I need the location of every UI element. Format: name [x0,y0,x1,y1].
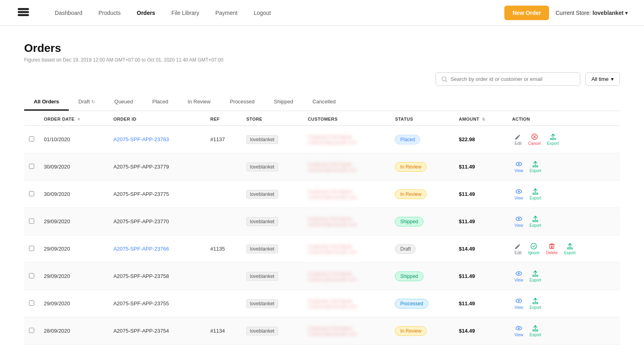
nav-link-logout[interactable]: Logout [254,10,271,16]
view-button[interactable]: View [512,296,526,311]
status-badge: In Review [395,326,427,336]
order-customer: Customer Full Namecustomer@example.com [303,317,390,345]
customer-email: customer@example.com [308,140,386,145]
tab-cancelled[interactable]: Cancelled [303,94,345,111]
customer-name: Customer Full Name [308,271,386,277]
order-id: A2075-SPF-APP-23779 [109,153,206,181]
export-button[interactable]: Export [527,214,544,229]
order-id[interactable]: A2075-SPF-APP-23766 [109,235,206,263]
time-filter-button[interactable]: All time ▾ [585,72,620,86]
order-id: A2075-SPF-APP-23754 [109,317,206,345]
tabs: All OrdersDraft↻QueuedPlacedIn ReviewPro… [24,94,620,111]
export-button[interactable]: Export [527,296,544,311]
edit-button[interactable]: Edit [512,241,524,257]
order-customer: Customer Full Namecustomer@example.com [303,263,390,290]
order-id: A2075-SPF-APP-23775 [109,181,206,208]
order-date: 29/09/2020 [39,235,109,263]
cancel-button[interactable]: Cancel [526,132,543,147]
nav-link-orders[interactable]: Orders [137,10,155,16]
export-button[interactable]: Export [527,186,544,202]
row-checkbox[interactable] [29,136,34,142]
svg-point-19 [518,327,520,329]
customer-email: customer@example.com [308,167,386,172]
tab-processed[interactable]: Processed [220,94,264,111]
order-status: In Review [390,153,454,181]
nav-link-file-library[interactable]: File Library [171,10,199,16]
tab-all-orders[interactable]: All Orders [24,94,69,111]
export-button[interactable]: Export [527,268,544,284]
order-id-link[interactable]: A2075-SPF-APP-23766 [114,246,169,252]
tab-refresh-icon: ↻ [91,99,95,104]
order-actions: ViewExport [507,263,620,290]
export-button[interactable]: Export [545,132,561,147]
tab-queued[interactable]: Queued [105,94,142,111]
col-customers: CUSTOMERS [303,111,390,126]
row-checkbox[interactable] [29,273,34,278]
delete-button[interactable]: Delete [544,241,560,257]
tab-draft[interactable]: Draft↻ [69,94,105,111]
order-id: A2075-SPF-APP-23755 [109,290,206,317]
order-amount: $11.49 [454,181,507,208]
order-amount: $11.49 [454,263,507,290]
svg-point-15 [518,273,520,274]
ignore-button[interactable]: Ignore [526,241,542,257]
order-store: loveblanket [242,126,303,153]
order-id[interactable]: A2075-SPF-APP-23783 [109,126,206,153]
col-action: ACTION [507,111,620,126]
view-button[interactable]: View [512,159,526,175]
view-button[interactable]: View [512,214,526,229]
customer-name: Customer Full Name [308,189,386,195]
order-status: Shipped [390,263,454,290]
order-customer: Customer Full Namecustomer@example.com [303,235,390,263]
tab-in-review[interactable]: In Review [178,94,220,111]
view-button[interactable]: View [512,323,526,339]
export-button[interactable]: Export [527,159,544,175]
order-amount: $11.49 [454,208,507,235]
page-subtitle: Figures based on Dec 19, 2019 12:00 AM G… [24,57,620,63]
order-id: A2075-SPF-APP-23770 [109,208,206,235]
tab-shipped[interactable]: Shipped [264,94,303,111]
table-row: 29/09/2020A2075-SPF-APP-23770loveblanket… [24,208,620,235]
customer-name: Customer Full Name [308,244,386,249]
table-row: 29/09/2020A2075-SPF-APP-23755loveblanket… [24,290,620,317]
svg-rect-2 [18,14,29,16]
row-checkbox[interactable] [29,191,34,196]
edit-button[interactable]: Edit [512,132,524,147]
col-amount[interactable]: AMOUNT ⇅ [454,111,507,126]
new-order-button[interactable]: New Order [504,6,549,20]
order-actions: EditCancelExport [507,126,620,153]
col-order-id: ORDER ID [109,111,206,126]
search-box [436,72,580,86]
store-badge: loveblanket [246,299,278,308]
col-order-date[interactable]: ORDER DATE ▼ [39,111,109,126]
search-input[interactable] [450,76,574,82]
order-date: 30/09/2020 [39,181,109,208]
svg-rect-0 [18,8,29,10]
row-checkbox[interactable] [29,218,34,224]
customer-email: customer@example.com [308,195,386,200]
navbar: DashboardProductsOrdersFile LibraryPayme… [0,0,644,26]
customer-email: customer@example.com [308,249,386,254]
row-checkbox[interactable] [29,328,34,333]
order-amount: $14.49 [454,317,507,345]
order-store: loveblanket [242,208,303,235]
row-checkbox[interactable] [29,300,34,306]
status-badge: In Review [395,162,427,172]
row-checkbox[interactable] [29,246,34,251]
view-button[interactable]: View [512,186,526,202]
order-store: loveblanket [242,290,303,317]
export-button[interactable]: Export [527,323,544,339]
row-checkbox[interactable] [29,164,34,169]
nav-link-products[interactable]: Products [99,10,121,16]
order-actions: ViewExport [507,181,620,208]
nav-link-dashboard[interactable]: Dashboard [55,10,83,16]
order-id-link[interactable]: A2075-SPF-APP-23783 [114,136,169,142]
order-customer: Customer Full Namecustomer@example.com [303,181,390,208]
tab-placed[interactable]: Placed [142,94,178,111]
export-button[interactable]: Export [561,241,578,257]
svg-point-9 [518,191,520,192]
view-button[interactable]: View [512,268,526,284]
table-row: 29/09/2020A2075-SPF-APP-23758loveblanket… [24,263,620,290]
nav-link-payment[interactable]: Payment [215,10,237,16]
store-badge: loveblanket [246,217,278,226]
